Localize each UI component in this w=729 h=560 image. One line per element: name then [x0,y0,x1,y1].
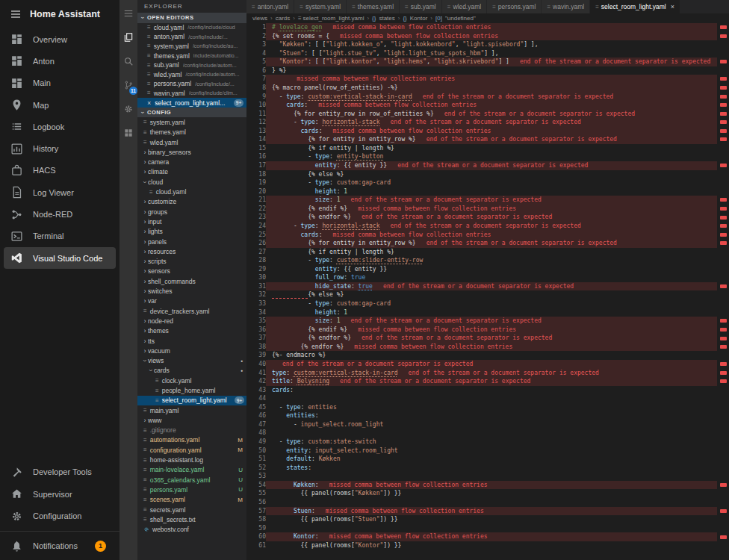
open-editor-item-themes-yaml[interactable]: ≡themes.yamlinclude/automatio... [137,51,246,60]
tree-file-main-lovelace-yaml[interactable]: ≡main-lovelace.yamlU [137,465,246,475]
code-line-content[interactable]: {{ panel(rooms["Kontor"]) }} [266,541,717,550]
open-editor-item-cloud-yaml[interactable]: ≡cloud.yaml/config/include/cloud [137,23,246,33]
code-line-content[interactable]: {% if entity | length %} [266,248,717,257]
breadcrumb-item-undefined[interactable]: [0]"undefined" [435,15,476,22]
tree-folder-sensors[interactable]: ›sensors [137,267,246,276]
sidebar-item-configuration[interactable]: Configuration [0,505,120,526]
code-line-content[interactable]: # lovelace_genmissed comma between flow … [266,23,717,32]
open-editor-item-anton-yaml[interactable]: ≡anton.yaml/config/include/... [137,32,246,42]
code-line-content[interactable]: {% macro panel(row_of_entities) -%} [266,84,717,93]
tab-system-yaml[interactable]: ≡system.yaml [294,0,347,13]
code-line-content[interactable]: } %} [266,66,717,75]
tab-sub-yaml[interactable]: ≡sub.yaml [400,0,442,13]
code-line-content[interactable]: cards:missed comma between flow collecti… [266,101,717,110]
tree-folder-panels[interactable]: ›panels [137,237,246,246]
tab-wavin-yaml[interactable]: ≡wavin.yaml [542,0,590,13]
breadcrumb-item-kontor[interactable]: {}Kontor [403,15,427,22]
tree-file-persons-yaml[interactable]: ≡persons.yamlU [137,485,246,494]
code-line-content[interactable]: Stuen:missed comma between flow collecti… [266,507,717,516]
tree-folder-themes[interactable]: ›themes [137,326,246,336]
tab-anton-yaml[interactable]: ≡anton.yaml [246,0,294,13]
code-line-content[interactable]: - type: entity-button [266,152,717,161]
tree-file-o365-calendars-yaml[interactable]: ≡o365_calendars.yamlU [137,475,246,485]
tree-file-themes-yaml[interactable]: ≡themes.yaml [137,128,246,137]
tree-folder-var[interactable]: ›var [137,296,246,306]
code-line-content[interactable]: "Kontor": [ ["light.kontor", "light.hems… [266,57,717,66]
code-line-content[interactable]: Køkken:missed comma between flow collect… [266,481,717,490]
code-line-content[interactable]: - type: custom:gap-card [266,178,717,187]
code-line-content[interactable]: {% for entity_row in row_of_entities %}e… [266,110,717,119]
sidebar-item-visual-studio-code[interactable]: Visual Studio Code [4,247,116,269]
code-line-content[interactable]: "Stuen": [ ["light.stue_tv", "light.ligh… [266,49,717,58]
tree-file-wled-yaml[interactable]: ≡wled.yaml [137,137,246,147]
code-line-content[interactable]: {% endfor %}end of the stream or a docum… [266,334,717,343]
open-editor-item-select-room-light-yaml[interactable]: ×select_room_light.yaml...9+ [137,98,246,108]
sidebar-item-supervisor[interactable]: Supervisor [0,483,120,505]
code-line-content[interactable]: {{ panel(rooms["Stuen"]) }} [266,515,717,524]
tree-folder-switches[interactable]: ›switches [137,286,246,296]
code-line-content[interactable]: {% endfor %}missed comma between flow co… [266,343,717,352]
code-line-content[interactable]: default: Køkken [266,455,717,464]
code-line-content[interactable]: - input_select.room_light [266,420,717,429]
tree-folder-input[interactable]: ›input [137,217,246,226]
code-line-content[interactable]: {% else %} [266,290,717,299]
code-line-content[interactable] [266,472,717,481]
tab-themes-yaml[interactable]: ≡themes.yaml [347,0,400,13]
sidebar-item-hacs[interactable]: HACS [0,160,120,181]
code-line-content[interactable]: entity: {{ entity }}end of the stream or… [266,161,717,170]
tree-folder-shell-commands[interactable]: ›shell_commands [137,276,246,286]
code-line-content[interactable]: - type: custom:slider-entity-row [266,256,717,265]
tree-folder-scripts[interactable]: ›scripts [137,257,246,267]
code-line-content[interactable]: size: 1end of the stream or a document s… [266,317,717,326]
code-editor[interactable]: 1# lovelace_genmissed comma between flow… [246,23,729,560]
open-editor-item-persons-yaml[interactable]: ≡persons.yaml/config/include/... [137,79,246,89]
sidebar-item-node-red[interactable]: Node-RED [0,203,120,225]
tree-file-gitignore[interactable]: ≡.gitignore [137,426,246,435]
code-line-content[interactable]: hide_state: trueend of the stream or a d… [266,282,717,291]
tree-file-shell-secrets-txt[interactable]: ≡shell_secrets.txt [137,514,246,524]
tree-file-clock-yaml[interactable]: ≡clock.yaml [137,376,246,385]
code-line-content[interactable]: - type: horizontal-stackend of the strea… [266,222,717,231]
tree-folder-resources[interactable]: ›resources [137,246,246,256]
tree-folder-cards[interactable]: ›cards● [137,366,246,376]
gear-button[interactable] [120,99,137,119]
tree-folder-tts[interactable]: ›tts [137,336,246,346]
tree-folder-vacuum[interactable]: ›vacuum [137,346,246,355]
sidebar-item-map[interactable]: Map [0,94,120,116]
tree-file-main-yaml[interactable]: ≡main.yaml [137,405,246,415]
tree-folder-climate[interactable]: ›climate [137,167,246,177]
code-line-content[interactable]: type: custom:vertical-stack-in-cardend o… [266,369,717,378]
code-line-content[interactable]: - type: custom:vertical-stack-in-cardend… [266,93,717,102]
code-line-content[interactable] [266,394,717,403]
breadcrumb-item-cards[interactable]: cards [276,15,291,22]
code-line-content[interactable]: cards: [266,386,717,395]
tree-file-select-room-light-yaml[interactable]: ≡select_room_light.yaml9+ [137,396,246,405]
sidebar-item-notifications[interactable]: Notifications1 [0,535,120,557]
open-editor-item-system-yaml[interactable]: ≡system.yaml/config/include/au... [137,42,246,52]
open-editor-item-wled-yaml[interactable]: ≡wled.yaml/config/include/autom... [137,69,246,79]
open-editors-header[interactable]: › OPEN EDITORS [137,13,246,23]
tree-file-scenes-yaml[interactable]: ≡scenes.yamlM [137,495,246,505]
sidebar-item-terminal[interactable]: Terminal [0,225,120,247]
code-line-content[interactable]: Kontor:missed comma between flow collect… [266,532,717,541]
code-line-content[interactable]: title: Belysningend of the stream or a d… [266,377,717,386]
sidebar-item-main[interactable]: Main [0,72,120,94]
open-editor-item-sub-yaml[interactable]: ≡sub.yaml/config/include/autom... [137,60,246,70]
code-line-content[interactable]: {% for entity in entity_row %}end of the… [266,239,717,248]
tree-file-secrets-yaml[interactable]: ≡secrets.yaml [137,505,246,514]
code-line-content[interactable]: entity: {{ entity }} [266,265,717,274]
tree-file-system-yaml[interactable]: ≡system.yaml [137,117,246,127]
code-line-content[interactable]: "Køkken": [ ["light.kokken_o", "light.ko… [266,40,717,49]
close-icon[interactable]: × [147,99,151,107]
sidebar-item-history[interactable]: History [0,137,120,159]
tab-wled-yaml[interactable]: ≡wled.yaml [442,0,487,13]
tab-select-room-light-yaml[interactable]: ≡select_room_light.yaml× [590,0,680,13]
tree-file-home-assistant-log[interactable]: ≡home-assistant.log [137,455,246,464]
code-line-content[interactable]: {% if entity | length %} [266,144,717,153]
sidebar-item-logbook[interactable]: Logbook [0,116,120,137]
tab-persons-yaml[interactable]: ≡persons.yaml [487,0,542,13]
code-line-content[interactable]: cards:missed comma between flow collecti… [266,231,717,240]
tree-folder-node-red[interactable]: ›node-red [137,316,246,326]
sidebar-item-log-viewer[interactable]: Log Viewer [0,181,120,203]
sidebar-item-developer-tools[interactable]: Developer Tools [0,461,120,483]
